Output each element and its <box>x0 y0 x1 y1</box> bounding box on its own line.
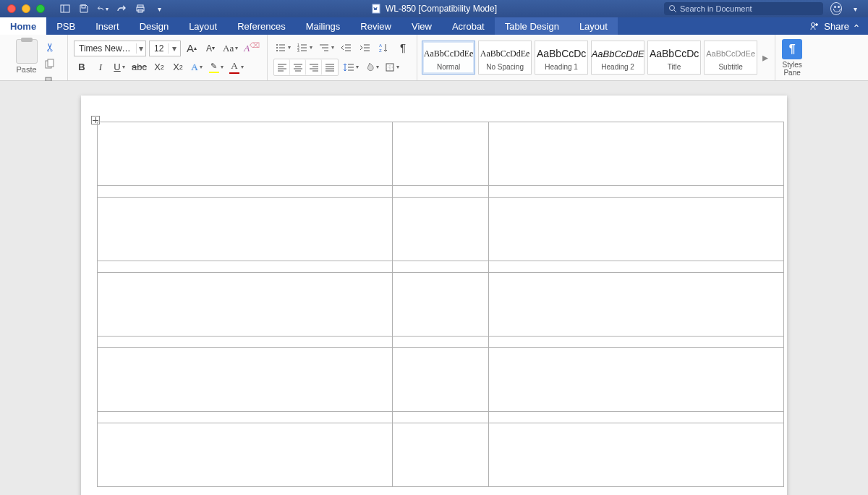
document-title: WL-850 [Compatibility Mode] <box>371 4 497 14</box>
share-button[interactable]: Share <box>801 17 868 35</box>
copy-button[interactable] <box>43 59 55 70</box>
svg-text:A: A <box>379 43 382 48</box>
style-normal[interactable]: AaBbCcDdEe Normal <box>422 41 475 75</box>
highlight-button[interactable]: ✎▾ <box>208 59 225 75</box>
svg-line-8 <box>674 10 676 12</box>
group-font: Times New Ro...▾ 12▾ A▴ A▾ Aa▾ A⌫ B I U▾… <box>68 35 268 80</box>
table-row <box>98 122 784 186</box>
page <box>81 96 787 495</box>
shading-button[interactable]: ▾ <box>363 59 380 75</box>
multilevel-list-button[interactable]: ▾ <box>317 40 336 56</box>
undo-icon[interactable]: ▾ <box>97 3 109 14</box>
tab-psb[interactable]: PSB <box>46 17 85 35</box>
svg-text:3: 3 <box>297 48 299 53</box>
collapse-ribbon-icon[interactable] <box>854 23 859 29</box>
bold-button[interactable]: B <box>74 59 90 75</box>
sort-button[interactable]: AZ <box>376 40 392 56</box>
align-left-button[interactable] <box>274 59 290 75</box>
increase-indent-button[interactable] <box>357 40 373 56</box>
feedback-smile-icon[interactable] <box>830 3 842 14</box>
paste-label: Paste <box>16 65 36 74</box>
line-spacing-button[interactable]: ▾ <box>341 59 360 75</box>
shrink-font-button[interactable]: A▾ <box>203 41 218 56</box>
strikethrough-button[interactable]: abc <box>130 59 148 75</box>
table-row <box>98 273 784 337</box>
share-label: Share <box>824 21 849 32</box>
qat-customize-icon[interactable]: ▾ <box>153 3 165 14</box>
search-icon <box>668 4 677 13</box>
tab-review[interactable]: Review <box>350 17 401 35</box>
style-heading-2[interactable]: AaBbCcDdE Heading 2 <box>591 41 644 75</box>
style-heading-1[interactable]: AaBbCcDc Heading 1 <box>535 41 588 75</box>
borders-button[interactable]: ▾ <box>383 59 401 75</box>
svg-text:Z: Z <box>379 48 382 53</box>
tab-design[interactable]: Design <box>129 17 179 35</box>
svg-rect-0 <box>61 5 69 12</box>
show-marks-button[interactable]: ¶ <box>395 40 411 56</box>
styles-gallery-more-button[interactable]: ▸ <box>760 41 770 75</box>
search-field[interactable]: Search in Document <box>664 2 823 15</box>
svg-rect-13 <box>48 59 54 67</box>
tab-view[interactable]: View <box>401 17 442 35</box>
text-effects-button[interactable]: A▾ <box>189 59 205 75</box>
table-row <box>98 423 784 487</box>
table-row <box>98 337 784 348</box>
tab-table-design[interactable]: Table Design <box>495 17 569 35</box>
align-center-button[interactable] <box>290 59 306 75</box>
tab-acrobat[interactable]: Acrobat <box>442 17 495 35</box>
document-canvas[interactable] <box>0 81 868 495</box>
tab-mailings[interactable]: Mailings <box>296 17 351 35</box>
font-color-button[interactable]: A▾ <box>228 59 245 75</box>
table-row <box>98 198 784 261</box>
tab-references[interactable]: References <box>227 17 295 35</box>
window-controls <box>0 4 45 13</box>
paste-button[interactable] <box>16 39 38 64</box>
grow-font-button[interactable]: A▴ <box>184 41 200 56</box>
font-name-combo[interactable]: Times New Ro...▾ <box>74 41 146 56</box>
search-placeholder: Search in Document <box>680 4 752 13</box>
clear-formatting-button[interactable]: A⌫ <box>242 41 261 56</box>
svg-rect-2 <box>82 5 85 8</box>
style-subtitle[interactable]: AaBbCcDdEe Subtitle <box>704 41 757 75</box>
sidebar-toggle-icon[interactable] <box>59 3 71 14</box>
print-icon[interactable] <box>135 3 146 14</box>
group-clipboard: Paste ✂ <box>3 35 68 80</box>
feedback-dropdown-icon[interactable]: ▾ <box>849 3 861 14</box>
tab-table-layout[interactable]: Layout <box>569 17 618 35</box>
underline-button[interactable]: U▾ <box>111 59 127 75</box>
justify-button[interactable] <box>322 59 338 75</box>
svg-point-9 <box>812 23 815 27</box>
numbering-button[interactable]: 123▾ <box>295 40 314 56</box>
bullets-button[interactable]: ▾ <box>273 40 292 56</box>
cut-button[interactable]: ✂ <box>42 41 56 52</box>
font-size-combo[interactable]: 12▾ <box>149 41 181 56</box>
change-case-button[interactable]: Aa▾ <box>221 41 239 56</box>
zoom-window-button[interactable] <box>36 4 45 13</box>
quick-access-toolbar: ▾ ▾ <box>59 3 165 14</box>
minimize-window-button[interactable] <box>22 4 30 13</box>
redo-icon[interactable] <box>116 3 127 14</box>
tab-insert[interactable]: Insert <box>85 17 129 35</box>
style-title[interactable]: AaBbCcDc Title <box>647 41 701 75</box>
table-row <box>98 412 784 423</box>
document-table[interactable] <box>97 122 784 487</box>
group-styles: AaBbCcDdEe Normal AaBbCcDdEe No Spacing … <box>417 35 775 80</box>
styles-pane-button[interactable]: ¶ Styles Pane <box>775 35 809 80</box>
ribbon: Paste ✂ Times New Ro...▾ 12▾ A▴ A▾ Aa▾ A… <box>0 35 868 81</box>
table-row <box>98 261 784 273</box>
tab-layout[interactable]: Layout <box>179 17 227 35</box>
decrease-indent-button[interactable] <box>339 40 354 56</box>
style-no-spacing[interactable]: AaBbCcDdEe No Spacing <box>478 41 532 75</box>
document-title-text: WL-850 [Compatibility Mode] <box>386 4 497 14</box>
svg-point-7 <box>670 6 675 11</box>
svg-point-20 <box>276 50 278 51</box>
subscript-button[interactable]: X2 <box>151 59 167 75</box>
close-window-button[interactable] <box>7 4 16 13</box>
share-icon <box>809 21 820 31</box>
align-right-button[interactable] <box>306 59 322 75</box>
italic-button[interactable]: I <box>93 59 109 75</box>
superscript-button[interactable]: X2 <box>170 59 186 75</box>
tab-home[interactable]: Home <box>0 17 46 35</box>
ribbon-tabs: Home PSB Insert Design Layout References… <box>0 17 868 35</box>
save-icon[interactable] <box>78 3 90 14</box>
